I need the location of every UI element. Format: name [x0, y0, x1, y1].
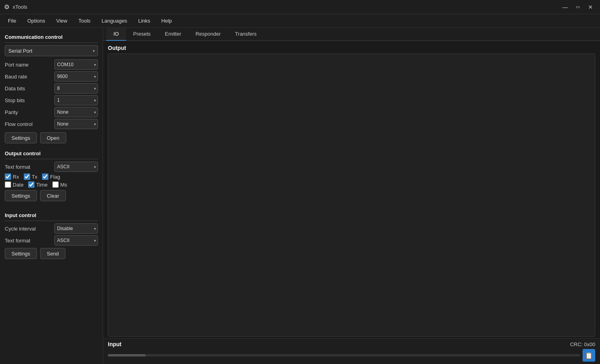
- input-label: Input: [108, 341, 121, 347]
- connection-type-wrapper[interactable]: Serial Port TCP Client UDP ▾: [5, 45, 98, 56]
- right-panel: IO Presets Emitter Responder Transfers O…: [103, 28, 600, 364]
- tx-checkbox[interactable]: [24, 173, 30, 180]
- tab-transfers[interactable]: Transfers: [228, 28, 264, 41]
- input-settings-button[interactable]: Settings: [5, 248, 37, 259]
- comm-btn-row: Settings Open: [5, 132, 98, 143]
- comm-settings-button[interactable]: Settings: [5, 132, 37, 143]
- output-section: Output: [103, 41, 600, 338]
- parity-label: Parity: [5, 109, 18, 115]
- input-text-format-row: Text format ASCII HEX BIN ▾: [5, 235, 98, 246]
- tx-checkbox-item[interactable]: Tx: [24, 173, 37, 180]
- output-text-format-label: Text format: [5, 164, 30, 170]
- tab-emitter[interactable]: Emitter: [158, 28, 188, 41]
- output-btn-row: Settings Clear: [5, 190, 98, 201]
- baud-rate-wrapper[interactable]: 9600 19200 38400 57600 115200 ▾: [54, 71, 98, 82]
- clipboard-button[interactable]: 📋: [583, 349, 595, 362]
- maximize-button[interactable]: ▭: [572, 2, 583, 12]
- menu-options[interactable]: Options: [23, 16, 50, 25]
- date-checkbox-item[interactable]: Date: [5, 181, 23, 188]
- output-control-title: Output control: [5, 151, 98, 156]
- crc-label: CRC: 0x00: [570, 341, 595, 347]
- send-button[interactable]: Send: [40, 248, 65, 259]
- output-control-section: Output control Text format ASCII HEX BIN…: [5, 149, 98, 201]
- ms-checkbox-item[interactable]: Ms: [52, 181, 67, 188]
- output-settings-button[interactable]: Settings: [5, 190, 37, 201]
- tab-responder[interactable]: Responder: [188, 28, 228, 41]
- title-bar-left: ⚙ xTools: [4, 3, 27, 11]
- input-field-wrapper: [108, 354, 580, 356]
- close-button[interactable]: ✕: [585, 2, 596, 12]
- data-bits-row: Data bits 8 7 6 5 ▾: [5, 83, 98, 93]
- parity-wrapper[interactable]: None Even Odd Mark Space ▾: [54, 107, 98, 117]
- comm-divider: [5, 42, 98, 43]
- port-name-select[interactable]: COM10 COM1 COM2 COM3: [54, 59, 98, 70]
- connection-type-select[interactable]: Serial Port TCP Client UDP: [5, 45, 98, 56]
- menu-view[interactable]: View: [52, 16, 72, 25]
- input-text-format-select[interactable]: ASCII HEX BIN: [54, 235, 98, 246]
- cycle-interval-wrapper[interactable]: Disable 100ms 500ms 1s 2s 5s ▾: [54, 223, 98, 234]
- data-bits-select[interactable]: 8 7 6 5: [54, 83, 98, 93]
- minimize-button[interactable]: —: [560, 2, 571, 12]
- maximize-icon: ▭: [576, 4, 580, 10]
- app-icon: ⚙: [4, 3, 10, 11]
- baud-rate-select[interactable]: 9600 19200 38400 57600 115200: [54, 71, 98, 82]
- menu-languages[interactable]: Languages: [97, 16, 132, 25]
- date-label: Date: [13, 182, 23, 188]
- parity-select[interactable]: None Even Odd Mark Space: [54, 107, 98, 117]
- output-text-format-select[interactable]: ASCII HEX BIN: [54, 162, 98, 172]
- time-checkbox[interactable]: [28, 181, 35, 188]
- flow-control-wrapper[interactable]: None RTS/CTS XON/XOFF ▾: [54, 119, 98, 129]
- rx-label: Rx: [13, 174, 19, 180]
- input-text-format-wrapper[interactable]: ASCII HEX BIN ▾: [54, 235, 98, 246]
- input-section: Input CRC: 0x00 📋: [103, 338, 600, 364]
- stop-bits-select[interactable]: 1 1.5 2: [54, 95, 98, 105]
- cycle-interval-label: Cycle interval: [5, 226, 36, 232]
- flag-checkbox[interactable]: [42, 173, 48, 180]
- open-button[interactable]: Open: [40, 132, 66, 143]
- output-area[interactable]: [108, 53, 595, 337]
- clear-button[interactable]: Clear: [40, 190, 66, 201]
- ms-checkbox[interactable]: [52, 181, 59, 188]
- title-bar: ⚙ xTools — ▭ ✕: [0, 0, 600, 14]
- cycle-interval-row: Cycle interval Disable 100ms 500ms 1s 2s…: [5, 223, 98, 234]
- flag-checkbox-item[interactable]: Flag: [42, 173, 60, 180]
- menu-tools[interactable]: Tools: [74, 16, 95, 25]
- tab-presets[interactable]: Presets: [126, 28, 158, 41]
- input-control-title: Input control: [5, 212, 98, 218]
- flow-control-select[interactable]: None RTS/CTS XON/XOFF: [54, 119, 98, 129]
- input-text-format-label: Text format: [5, 238, 30, 244]
- output-checkboxes-row1: Rx Tx Flag: [5, 173, 98, 180]
- rx-checkbox[interactable]: [5, 173, 11, 180]
- port-name-row: Port name COM10 COM1 COM2 COM3 ▾: [5, 59, 98, 70]
- clipboard-icon: 📋: [585, 352, 593, 359]
- ms-label: Ms: [60, 182, 67, 188]
- menu-links[interactable]: Links: [133, 16, 155, 25]
- stop-bits-row: Stop bits 1 1.5 2 ▾: [5, 95, 98, 105]
- data-bits-wrapper[interactable]: 8 7 6 5 ▾: [54, 83, 98, 93]
- cycle-interval-select[interactable]: Disable 100ms 500ms 1s 2s 5s: [54, 223, 98, 234]
- output-text-format-wrapper[interactable]: ASCII HEX BIN ▾: [54, 162, 98, 172]
- input-divider: [5, 221, 98, 221]
- input-scrollbar[interactable]: [108, 354, 580, 356]
- stop-bits-wrapper[interactable]: 1 1.5 2 ▾: [54, 95, 98, 105]
- app-title: xTools: [13, 4, 27, 10]
- input-control-section: Input control Cycle interval Disable 100…: [5, 211, 98, 259]
- menu-help[interactable]: Help: [157, 16, 177, 25]
- port-name-wrapper[interactable]: COM10 COM1 COM2 COM3 ▾: [54, 59, 98, 70]
- menu-file[interactable]: File: [3, 16, 21, 25]
- data-bits-label: Data bits: [5, 86, 25, 91]
- left-panel: Communication control Serial Port TCP Cl…: [0, 28, 103, 364]
- tabs-bar: IO Presets Emitter Responder Transfers: [103, 28, 600, 41]
- stop-bits-label: Stop bits: [5, 97, 25, 103]
- input-header: Input CRC: 0x00: [108, 341, 595, 347]
- time-checkbox-item[interactable]: Time: [28, 181, 47, 188]
- date-checkbox[interactable]: [5, 181, 11, 188]
- time-label: Time: [36, 182, 47, 188]
- communication-control-section: Communication control Serial Port TCP Cl…: [5, 32, 98, 143]
- port-name-label: Port name: [5, 62, 29, 68]
- tab-io[interactable]: IO: [106, 28, 126, 41]
- rx-checkbox-item[interactable]: Rx: [5, 173, 19, 180]
- communication-control-title: Communication control: [5, 34, 98, 40]
- output-checkboxes-row2: Date Time Ms: [5, 181, 98, 188]
- parity-row: Parity None Even Odd Mark Space ▾: [5, 107, 98, 117]
